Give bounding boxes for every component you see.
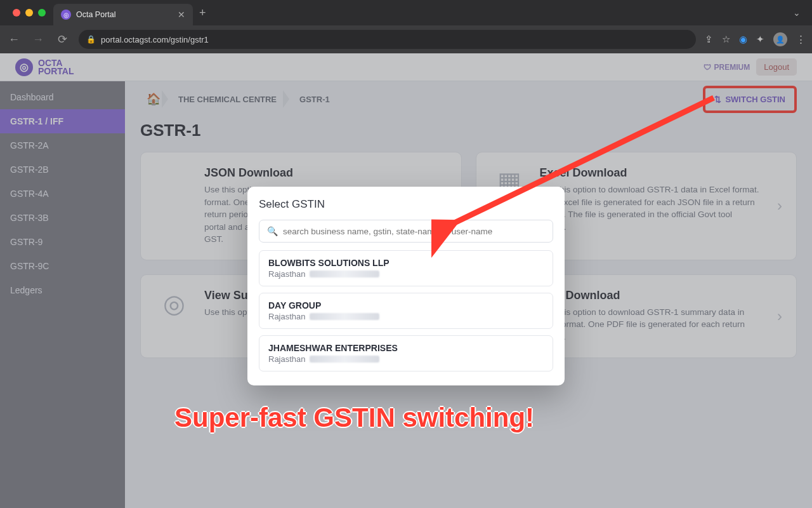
profile-avatar-icon[interactable]: 👤 xyxy=(773,32,787,46)
switch-gstin-label: SWITCH GSTIN xyxy=(725,95,785,104)
gstin-subtext: Rajasthan xyxy=(268,269,544,279)
sidebar-item-dashboard[interactable]: Dashboard xyxy=(0,85,125,109)
card-desc: Use this option to download GSTR-1 summa… xyxy=(540,306,761,344)
address-bar[interactable]: 🔒 portal.octagst.com/gstin/gstr1 xyxy=(79,30,696,49)
gstin-search-input[interactable] xyxy=(283,227,545,236)
extensions-icon[interactable]: ✦ xyxy=(756,34,764,45)
premium-badge[interactable]: 🛡 PREMIUM xyxy=(704,63,750,72)
gstin-redacted xyxy=(310,271,379,277)
window-controls xyxy=(5,9,53,17)
sidebar-item-gstr-2a[interactable]: GSTR-2A xyxy=(0,133,125,157)
tab-favicon-icon: ◎ xyxy=(61,10,71,20)
share-icon[interactable]: ⇪ xyxy=(705,34,713,45)
brand-logo-icon: ◎ xyxy=(15,58,33,76)
premium-label: PREMIUM xyxy=(714,63,750,72)
sidebar-item-gstr-9[interactable]: GSTR-9 xyxy=(0,230,125,254)
gstin-name: DAY GROUP xyxy=(268,300,544,311)
chevron-right-icon: › xyxy=(777,197,782,215)
card-title: PDF Download xyxy=(540,289,761,302)
new-tab-icon[interactable]: + xyxy=(199,6,206,20)
gstin-redacted xyxy=(310,313,379,320)
tab-title: Octa Portal xyxy=(76,10,116,19)
breadcrumb-0[interactable]: THE CHEMICAL CENTRE xyxy=(167,90,288,109)
card-desc: Use this option to download GSTR-1 data … xyxy=(540,184,761,233)
sidebar-item-gstr-3b[interactable]: GSTR-3B xyxy=(0,206,125,230)
card-icon: ◎ xyxy=(155,289,193,318)
browser-menu-icon[interactable]: ⋮ xyxy=(796,34,806,45)
sidebar-item-gstr-4a[interactable]: GSTR-4A xyxy=(0,182,125,206)
forward-icon[interactable]: → xyxy=(30,33,46,46)
sidebar-item-gstr-1-iff[interactable]: GSTR-1 / IFF xyxy=(0,109,125,133)
brand-line2: PORTAL xyxy=(38,67,74,76)
switch-gstin-highlight: ⇅ SWITCH GSTIN xyxy=(703,86,797,113)
select-gstin-modal: Select GSTIN 🔍 BLOWBITS SOLUTIONS LLPRaj… xyxy=(247,187,565,385)
browser-chrome: ◎ Octa Portal ✕ + ⌄ ← → ⟳ 🔒 portal.octag… xyxy=(0,0,812,53)
reload-icon[interactable]: ⟳ xyxy=(55,32,70,46)
url-text: portal.octagst.com/gstin/gstr1 xyxy=(101,35,209,44)
gstin-name: JHAMESHWAR ENTERPRISES xyxy=(268,343,544,353)
logout-button[interactable]: Logout xyxy=(756,58,797,76)
app-topbar: ◎ OCTA PORTAL 🛡 PREMIUM Logout xyxy=(0,53,812,81)
star-icon[interactable]: ☆ xyxy=(722,34,730,45)
window-close-icon[interactable] xyxy=(13,9,20,17)
sidebar-item-gstr-2b[interactable]: GSTR-2B xyxy=(0,157,125,182)
lock-icon: 🔒 xyxy=(86,35,96,44)
gstin-item[interactable]: DAY GROUPRajasthan xyxy=(259,293,553,329)
gstin-search-box[interactable]: 🔍 xyxy=(259,220,553,243)
gstin-name: BLOWBITS SOLUTIONS LLP xyxy=(268,258,544,268)
gstin-item[interactable]: JHAMESHWAR ENTERPRISESRajasthan xyxy=(259,335,553,371)
back-icon[interactable]: ← xyxy=(6,33,22,46)
gstin-redacted xyxy=(310,356,379,363)
brand-logo[interactable]: ◎ OCTA PORTAL xyxy=(15,58,74,76)
sidebar-item-gstr-9c[interactable]: GSTR-9C xyxy=(0,254,125,278)
switch-gstin-button[interactable]: ⇅ SWITCH GSTIN xyxy=(705,88,794,110)
switch-icon: ⇅ xyxy=(714,95,721,104)
card-title: JSON Download xyxy=(204,166,426,180)
page-title: GSTR-1 xyxy=(140,121,797,140)
sidebar-item-ledgers[interactable]: Ledgers xyxy=(0,278,125,302)
modal-title: Select GSTIN xyxy=(259,198,553,211)
premium-icon: 🛡 xyxy=(704,63,711,72)
breadcrumb-1[interactable]: GSTR-1 xyxy=(288,90,341,109)
search-icon: 🔍 xyxy=(267,226,278,236)
card-title: Excel Download xyxy=(540,166,761,180)
chevron-right-icon: › xyxy=(777,307,782,325)
window-minimize-icon[interactable] xyxy=(25,9,33,17)
gstin-item[interactable]: BLOWBITS SOLUTIONS LLPRajasthan xyxy=(259,250,553,286)
window-zoom-icon[interactable] xyxy=(38,9,46,17)
extension-octa-icon[interactable]: ◉ xyxy=(739,34,747,45)
tab-close-icon[interactable]: ✕ xyxy=(178,10,185,20)
tabs-dropdown-icon[interactable]: ⌄ xyxy=(793,8,807,18)
sidebar: DashboardGSTR-1 / IFFGSTR-2AGSTR-2BGSTR-… xyxy=(0,81,125,508)
browser-tab[interactable]: ◎ Octa Portal ✕ xyxy=(53,4,193,25)
gstin-subtext: Rajasthan xyxy=(268,354,544,364)
gstin-subtext: Rajasthan xyxy=(268,312,544,321)
